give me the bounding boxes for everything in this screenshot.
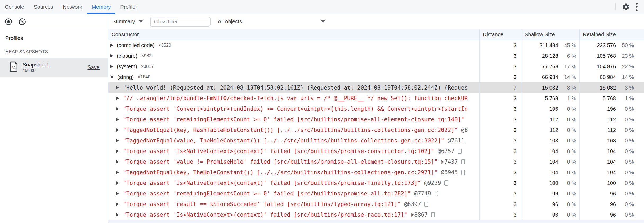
- table-row[interactable]: "Torque assert 'remainingElementsCount >…: [108, 188, 644, 199]
- shallow-size-value: 104: [549, 159, 558, 165]
- table-row[interactable]: "Torque assert 'value != PromiseHole' fa…: [108, 157, 644, 167]
- retained-size-cell: 1960 %: [579, 104, 644, 114]
- class-filter-input[interactable]: [150, 17, 211, 27]
- table-row[interactable]: "Hello world! (Requested at: 2024-08-19T…: [108, 82, 644, 93]
- shallow-size-percent: 0 %: [559, 212, 576, 218]
- string-value: "Torque assert 'remainingElementsCount >…: [123, 190, 411, 197]
- tab-sources[interactable]: Sources: [29, 0, 58, 14]
- string-value: "Torque assert 'Is<NativeContext>(contex…: [123, 180, 421, 186]
- expand-arrow-icon[interactable]: [116, 139, 119, 142]
- expand-arrow-icon[interactable]: [110, 54, 113, 57]
- snapshot-list-item[interactable]: % Snapshot 1 468 kB Save: [0, 58, 108, 77]
- table-row[interactable]: "// .wrangler/tmp/bundle-FmNIt0/checked-…: [108, 93, 644, 104]
- shallow-size-cell: 66 98414 %: [521, 72, 579, 82]
- expand-arrow-icon[interactable]: [116, 97, 119, 100]
- retained-size-value: 196: [607, 106, 616, 112]
- inspect-icon[interactable]: [424, 202, 428, 207]
- retained-size-percent: 0 %: [617, 117, 634, 123]
- distance-cell: 3: [479, 93, 521, 104]
- retained-size-value: 112: [607, 127, 616, 133]
- table-row[interactable]: (closure)×982328 1286 %105 76823 %: [108, 51, 644, 61]
- retained-size-value: 108: [607, 138, 616, 144]
- objects-select[interactable]: All objects: [218, 19, 325, 25]
- distance-cell: 3: [479, 209, 521, 220]
- shallow-size-cell: 77 76817 %: [521, 61, 579, 72]
- table-row[interactable]: "TaggedNotEqual(key, TheHoleConstant()) …: [108, 167, 644, 178]
- table-row[interactable]: "Torque assert 'result == kStoreSucceded…: [108, 199, 644, 209]
- expand-arrow-icon[interactable]: [116, 171, 119, 174]
- table-row[interactable]: "Torque assert 'Is<NativeContext>(contex…: [108, 146, 644, 157]
- retained-size-percent: 0 %: [617, 180, 634, 186]
- retained-size-cell: 66 98414 %: [579, 72, 644, 82]
- string-value: "Torque assert 'value != PromiseHole' fa…: [123, 159, 437, 165]
- column-header-distance[interactable]: Distance: [479, 29, 521, 40]
- clear-profiles-icon[interactable]: [18, 18, 26, 26]
- shallow-size-cell: 1080 %: [521, 135, 579, 146]
- table-row[interactable]: "Torque assert 'Convert<uintptr>(endInde…: [108, 104, 644, 114]
- tab-profiler[interactable]: Profiler: [115, 0, 142, 14]
- view-select[interactable]: Summary: [112, 19, 143, 25]
- shallow-size-cell: 15 0323 %: [521, 82, 579, 93]
- svg-text:%: %: [11, 65, 15, 70]
- string-value: "TaggedNotEqual(value, TheHoleConstant()…: [123, 137, 444, 144]
- column-header-retained-size[interactable]: Retained Size: [579, 29, 644, 40]
- table-row[interactable]: "Torque assert 'Is<NativeContext>(contex…: [108, 209, 644, 220]
- table-row[interactable]: "Torque assert 'remainingElementsCount >…: [108, 114, 644, 125]
- table-row[interactable]: "TaggedNotEqual(value, TheHoleConstant()…: [108, 135, 644, 146]
- expand-arrow-icon[interactable]: [116, 150, 119, 153]
- expand-arrow-icon[interactable]: [116, 128, 119, 132]
- tab-console[interactable]: Console: [0, 0, 29, 14]
- inspect-icon[interactable]: [458, 149, 462, 154]
- retained-size-cell: 1040 %: [579, 157, 644, 167]
- object-id: @7611: [448, 137, 464, 144]
- string-value: "Torque assert 'Convert<uintptr>(endInde…: [123, 106, 468, 112]
- expand-arrow-icon[interactable]: [116, 203, 119, 206]
- inspect-icon[interactable]: [461, 159, 465, 164]
- table-row[interactable]: "TaggedNotEqual(key, HashTableHoleConsta…: [108, 125, 644, 135]
- shallow-size-percent: 0 %: [559, 127, 576, 133]
- inspect-icon[interactable]: [461, 170, 465, 175]
- record-heap-snapshot-icon[interactable]: [5, 18, 12, 26]
- distance-cell: 3: [479, 61, 521, 72]
- shallow-size-value: 5 768: [545, 95, 558, 101]
- shallow-size-percent: 3 %: [559, 85, 576, 91]
- expand-arrow-icon[interactable]: [116, 86, 119, 89]
- instance-count: ×3817: [141, 64, 154, 69]
- shallow-size-value: 108: [549, 138, 558, 144]
- tab-network[interactable]: Network: [58, 0, 87, 14]
- more-options-icon[interactable]: [636, 2, 638, 11]
- save-snapshot-link[interactable]: Save: [87, 64, 100, 70]
- expand-arrow-icon[interactable]: [116, 192, 119, 195]
- settings-gear-icon[interactable]: [622, 3, 630, 11]
- expand-arrow-icon[interactable]: [116, 213, 119, 216]
- table-row[interactable]: (compiled code)×35203211 48445 %233 5765…: [108, 40, 644, 51]
- expand-arrow-icon[interactable]: [116, 160, 119, 163]
- constructor-cell: "Torque assert 'remainingElementsCount >…: [108, 188, 479, 199]
- expand-arrow-icon[interactable]: [110, 65, 113, 68]
- view-select-value: Summary: [112, 19, 135, 25]
- tab-memory[interactable]: Memory: [87, 0, 115, 14]
- inspect-icon[interactable]: [444, 180, 448, 186]
- distance-cell: 3: [479, 40, 521, 51]
- column-header-shallow-size[interactable]: Shallow Size: [521, 29, 579, 40]
- expand-arrow-icon[interactable]: [116, 181, 119, 185]
- table-row[interactable]: "Torque assert 'Is<NativeContext>(contex…: [108, 178, 644, 188]
- shallow-size-percent: 0 %: [559, 106, 576, 112]
- inspect-icon[interactable]: [435, 191, 438, 196]
- expand-arrow-icon[interactable]: [110, 76, 114, 78]
- chevron-down-icon: [139, 20, 143, 23]
- expand-arrow-icon[interactable]: [116, 118, 119, 121]
- constructor-cell: "Torque assert 'Is<NativeContext>(contex…: [108, 178, 479, 188]
- expand-arrow-icon[interactable]: [110, 44, 113, 47]
- table-row[interactable]: (string)×1840366 98414 %66 98414 %: [108, 72, 644, 82]
- distance-cell: 7: [479, 82, 521, 93]
- column-header-constructor[interactable]: Constructor: [108, 29, 479, 40]
- inspect-icon[interactable]: [431, 212, 435, 217]
- table-row[interactable]: (system)×3817377 76817 %104 87622 %: [108, 61, 644, 72]
- shallow-size-percent: 17 %: [559, 64, 576, 70]
- expand-arrow-icon[interactable]: [116, 107, 119, 110]
- constructor-cell: "TaggedNotEqual(key, TheHoleConstant()) …: [108, 167, 479, 178]
- retained-size-value: 105 768: [597, 53, 616, 59]
- shallow-size-percent: 0 %: [559, 170, 576, 176]
- shallow-size-percent: 45 %: [559, 42, 576, 48]
